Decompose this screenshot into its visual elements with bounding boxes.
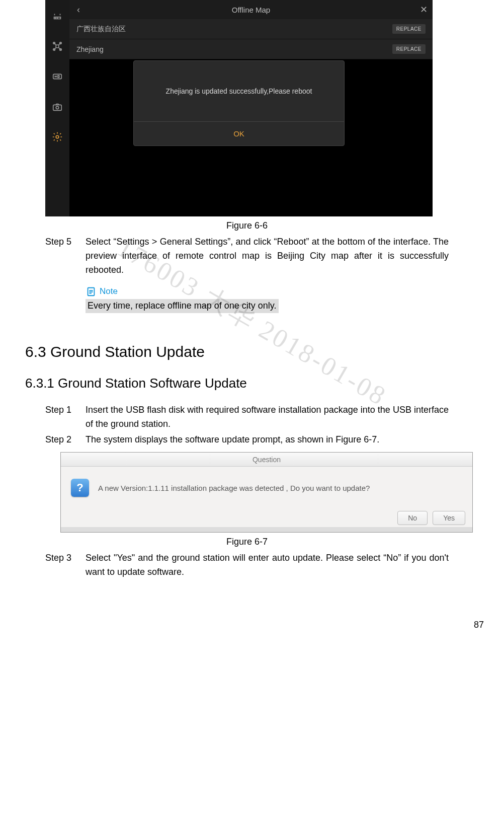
replace-button[interactable]: REPLACE: [392, 44, 426, 54]
note-text: Every time, replace offline map of one c…: [86, 299, 279, 313]
question-icon: ?: [71, 479, 89, 497]
heading-6-3: 6.3 Ground Station Update: [25, 343, 479, 360]
step-body: Select "Yes" and the ground station will…: [86, 551, 449, 579]
map-row-label: 广西壮族自治区: [76, 25, 392, 34]
question-message: A new Version:1.1.11 installation packag…: [98, 484, 370, 492]
step-body: The system displays the software update …: [86, 433, 449, 447]
note-block: Note Every time, replace offline map of …: [86, 285, 479, 313]
step-label: Step 5: [45, 235, 86, 277]
settings-gear-icon: [51, 131, 63, 143]
svg-point-1: [57, 18, 58, 18]
step-label: Step 3: [45, 551, 86, 579]
figure-6-6-caption: Figure 6-6: [15, 220, 479, 231]
figure-6-7-caption: Figure 6-7: [15, 537, 479, 547]
svg-rect-7: [53, 74, 62, 79]
app-sidebar: [45, 0, 69, 216]
no-button[interactable]: No: [397, 511, 428, 525]
step-body: Insert the USB flash disk with required …: [86, 403, 449, 431]
map-row[interactable]: Zhejiang REPLACE: [69, 39, 433, 59]
heading-6-3-1: 6.3.1 Ground Station Software Update: [25, 376, 479, 391]
step-label: Step 2: [45, 433, 86, 447]
svg-point-0: [55, 18, 56, 18]
map-row-label: Zhejiang: [76, 45, 392, 53]
map-row[interactable]: 广西壮族自治区 REPLACE: [69, 19, 433, 39]
figure-6-7-screenshot: Question ? A new Version:1.1.11 installa…: [60, 452, 473, 533]
step-3: Step 3 Select "Yes" and the ground stati…: [45, 551, 449, 579]
dialog-message: Zhejiang is updated successfully,Please …: [157, 61, 321, 121]
drone-icon: [51, 40, 63, 52]
ok-button[interactable]: OK: [134, 121, 344, 145]
app-header: ‹ Offline Map ✕: [69, 0, 433, 19]
dialog-footer-strip: [61, 527, 472, 532]
header-title: Offline Map: [88, 6, 414, 14]
svg-point-9: [56, 106, 59, 109]
svg-rect-8: [53, 105, 62, 110]
step-5: Step 5 Select “Settings > General Settin…: [45, 235, 449, 277]
step-label: Step 1: [45, 403, 86, 431]
note-icon: [86, 286, 97, 297]
close-icon[interactable]: ✕: [414, 4, 433, 15]
replace-button[interactable]: REPLACE: [392, 24, 426, 34]
figure-6-6-screenshot: ‹ Offline Map ✕ 广西壮族自治区 REPLACE Zhejiang…: [45, 0, 433, 216]
svg-point-10: [56, 135, 59, 138]
router-icon: [51, 10, 63, 22]
question-dialog-title: Question: [61, 453, 472, 467]
hd-icon: [51, 70, 63, 83]
step-2: Step 2 The system displays the software …: [45, 433, 449, 447]
update-success-dialog: Zhejiang is updated successfully,Please …: [133, 60, 345, 146]
yes-button[interactable]: Yes: [433, 511, 465, 525]
page-number: 87: [0, 600, 504, 635]
svg-rect-6: [56, 45, 59, 48]
note-label: Note: [100, 285, 118, 298]
step-1: Step 1 Insert the USB flash disk with re…: [45, 403, 449, 431]
step-body: Select “Settings > General Settings”, an…: [86, 235, 449, 277]
back-icon[interactable]: ‹: [69, 5, 88, 15]
camera-icon: [51, 101, 63, 113]
